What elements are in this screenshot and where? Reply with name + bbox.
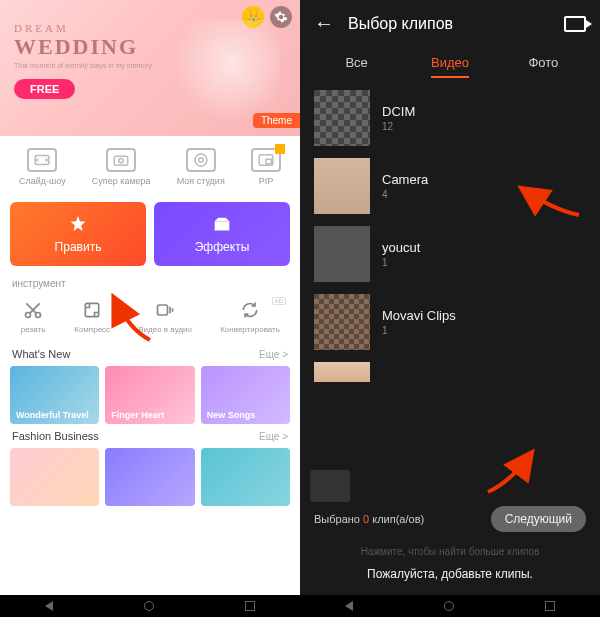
folder-thumb <box>314 158 370 214</box>
tab-photo[interactable]: Фото <box>497 47 590 78</box>
card-fashion-2[interactable] <box>105 448 194 506</box>
super-camera-button[interactable]: Супер камера <box>92 148 151 186</box>
folder-youcut[interactable]: youcut1 <box>314 220 586 288</box>
svg-rect-10 <box>86 303 99 316</box>
nav-recent-icon[interactable] <box>245 601 255 611</box>
svg-rect-6 <box>266 159 271 164</box>
selected-count-label: Выбрано 0 клип(а/ов) <box>314 513 424 525</box>
nav-home-icon[interactable] <box>444 601 454 611</box>
find-more-hint: Нажмите, чтобы найти больше клипов <box>300 546 600 557</box>
card-finger-heart[interactable]: Finger Heart <box>105 366 194 424</box>
folder-thumb <box>314 226 370 282</box>
new-tag-icon <box>275 144 285 154</box>
nav-bar <box>0 595 300 617</box>
folder-partial[interactable] <box>314 356 586 388</box>
folder-movavi[interactable]: Movavi Clips1 <box>314 288 586 356</box>
instrument-label: инструмент <box>0 274 300 295</box>
whats-new-cards: Wonderful Travel Finger Heart New Songs <box>0 366 300 424</box>
video-to-audio-button[interactable]: Видео в аудио <box>138 299 192 334</box>
hero-banner[interactable]: 👑 DREAM WEDDING That moment of eternity … <box>0 0 300 136</box>
nav-bar <box>300 595 600 617</box>
svg-rect-11 <box>158 305 168 315</box>
tab-all[interactable]: Все <box>310 47 403 78</box>
whats-new-more[interactable]: Еще > <box>259 349 288 360</box>
studio-button[interactable]: Моя студия <box>177 148 225 186</box>
nav-back-icon[interactable] <box>345 601 353 611</box>
folder-list: DCIM12 Camera4 youcut1 Movavi Clips1 <box>300 78 600 496</box>
fashion-more[interactable]: Еще > <box>259 431 288 442</box>
folder-thumb <box>314 90 370 146</box>
nav-home-icon[interactable] <box>144 601 154 611</box>
pip-button[interactable]: PIP <box>251 148 281 186</box>
folder-thumb <box>314 294 370 350</box>
tab-video[interactable]: Видео <box>403 47 496 78</box>
svg-point-4 <box>199 158 204 163</box>
svg-point-2 <box>119 159 124 164</box>
cut-button[interactable]: резать <box>20 299 46 334</box>
card-fashion-3[interactable] <box>201 448 290 506</box>
home-screen: 👑 DREAM WEDDING That moment of eternity … <box>0 0 300 617</box>
convert-button[interactable]: ADКонвертировать <box>220 299 280 334</box>
ad-tag: AD <box>272 297 286 305</box>
preview-slot <box>310 470 350 502</box>
edit-button[interactable]: Править <box>10 202 146 266</box>
card-fashion-1[interactable] <box>10 448 99 506</box>
picker-tabs: Все Видео Фото <box>300 47 600 78</box>
big-buttons-row: Править Эффекты <box>0 194 300 274</box>
back-icon[interactable]: ← <box>314 12 334 35</box>
svg-rect-1 <box>114 156 128 165</box>
next-button[interactable]: Следующий <box>491 506 586 532</box>
toolbar-row: Слайд-шоу Супер камера Моя студия PIP <box>0 136 300 194</box>
picker-title: Выбор клипов <box>348 15 550 33</box>
folder-thumb <box>314 362 370 382</box>
compress-button[interactable]: Компресс <box>74 299 110 334</box>
picker-bottom-bar: Выбрано 0 клип(а/ов) Следующий <box>300 496 600 542</box>
nav-back-icon[interactable] <box>45 601 53 611</box>
folder-camera[interactable]: Camera4 <box>314 152 586 220</box>
card-new-songs[interactable]: New Songs <box>201 366 290 424</box>
tools-row-2: резать Компресс Видео в аудио ADКонверти… <box>0 295 300 342</box>
fashion-header: Fashion Business Еще > <box>0 424 300 448</box>
whats-new-header: What's New Еще > <box>0 342 300 366</box>
folder-dcim[interactable]: DCIM12 <box>314 84 586 152</box>
whats-new-title: What's New <box>12 348 70 360</box>
camera-icon[interactable] <box>564 16 586 32</box>
svg-rect-7 <box>215 221 230 230</box>
slideshow-button[interactable]: Слайд-шоу <box>19 148 66 186</box>
free-badge[interactable]: FREE <box>14 79 75 99</box>
fashion-title: Fashion Business <box>12 430 99 442</box>
clip-picker-screen: ← Выбор клипов Все Видео Фото DCIM12 Cam… <box>300 0 600 617</box>
add-clips-hint: Пожалуйста, добавьте клипы. <box>300 557 600 595</box>
svg-point-3 <box>195 154 207 166</box>
effects-button[interactable]: Эффекты <box>154 202 290 266</box>
picker-header: ← Выбор клипов <box>300 0 600 47</box>
nav-recent-icon[interactable] <box>545 601 555 611</box>
swipe-hand-icon <box>160 553 240 593</box>
fashion-cards <box>0 448 300 506</box>
card-wonderful-travel[interactable]: Wonderful Travel <box>10 366 99 424</box>
